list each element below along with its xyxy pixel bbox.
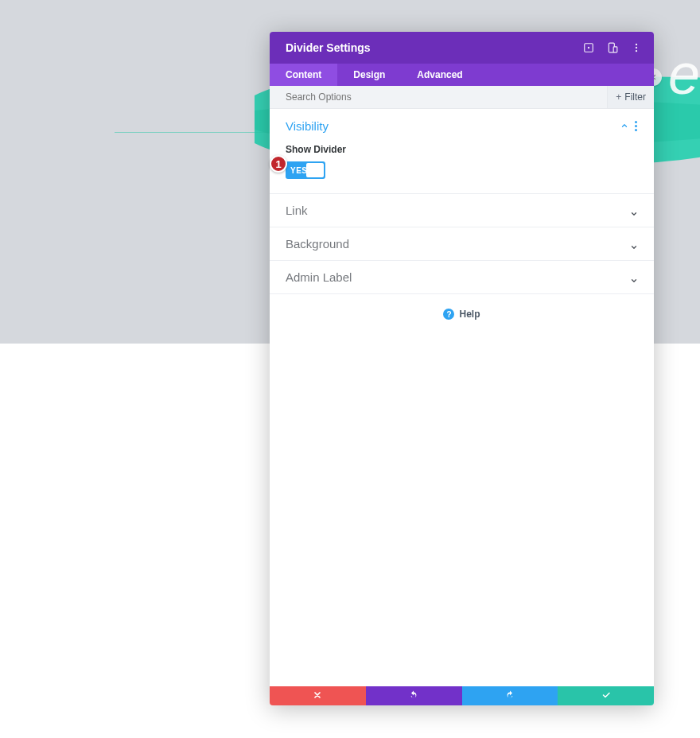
settings-panel: Divider Settings Content Design Advanced… <box>270 32 654 705</box>
search-row: + Filter <box>270 86 654 109</box>
chevron-down-icon <box>630 274 638 282</box>
svg-point-5 <box>636 44 637 45</box>
search-input[interactable] <box>270 86 607 108</box>
panel-tabs: Content Design Advanced <box>270 64 654 86</box>
save-button[interactable] <box>558 686 654 705</box>
expand-icon[interactable] <box>582 41 595 54</box>
chevron-down-icon <box>630 240 638 248</box>
svg-rect-4 <box>613 47 617 52</box>
section-visibility-title: Visibility <box>286 119 329 133</box>
panel-footer <box>270 686 654 705</box>
svg-point-2 <box>588 47 589 49</box>
tab-advanced[interactable]: Advanced <box>401 64 478 86</box>
svg-point-7 <box>636 50 637 52</box>
section-admin-label-title: Admin Label <box>286 270 352 284</box>
show-divider-toggle[interactable]: YES <box>286 161 325 179</box>
chevron-down-icon <box>630 207 638 215</box>
redo-button[interactable] <box>462 686 558 705</box>
section-link[interactable]: Link <box>270 194 654 227</box>
section-admin-label[interactable]: Admin Label <box>270 261 654 294</box>
close-icon <box>313 689 322 703</box>
help-link[interactable]: ? Help <box>270 294 654 334</box>
panel-title: Divider Settings <box>286 41 371 54</box>
toggle-knob <box>306 163 324 177</box>
undo-icon <box>409 689 418 703</box>
chevron-up-icon <box>620 118 628 133</box>
responsive-icon[interactable] <box>606 41 619 54</box>
section-background[interactable]: Background <box>270 227 654 261</box>
filter-label: Filter <box>624 91 646 103</box>
show-divider-label: Show Divider <box>286 144 638 155</box>
panel-header: Divider Settings <box>270 32 654 64</box>
kebab-icon[interactable] <box>630 41 643 54</box>
cancel-button[interactable] <box>270 686 366 705</box>
help-icon: ? <box>443 309 454 320</box>
callout-badge-1: 1 <box>270 155 287 173</box>
divider-line-preview <box>115 132 274 133</box>
section-kebab-icon[interactable] <box>635 121 638 131</box>
section-visibility: Visibility Show Divider YES <box>270 109 654 194</box>
plus-icon: + <box>616 91 621 103</box>
section-background-title: Background <box>286 237 349 251</box>
check-icon <box>601 689 611 703</box>
redo-icon <box>505 689 515 703</box>
panel-body: Visibility Show Divider YES Link <box>270 109 654 686</box>
show-divider-toggle-wrap: YES <box>286 161 325 179</box>
svg-point-6 <box>636 47 637 49</box>
filter-button[interactable]: + Filter <box>607 86 654 108</box>
section-link-title: Link <box>286 204 308 217</box>
tab-content[interactable]: Content <box>270 64 337 86</box>
section-visibility-header[interactable]: Visibility <box>286 118 638 133</box>
undo-button[interactable] <box>366 686 462 705</box>
toggle-on-label: YES <box>290 166 308 175</box>
help-label: Help <box>459 309 480 320</box>
tab-design[interactable]: Design <box>337 64 401 86</box>
svg-text:el: el <box>668 42 700 106</box>
